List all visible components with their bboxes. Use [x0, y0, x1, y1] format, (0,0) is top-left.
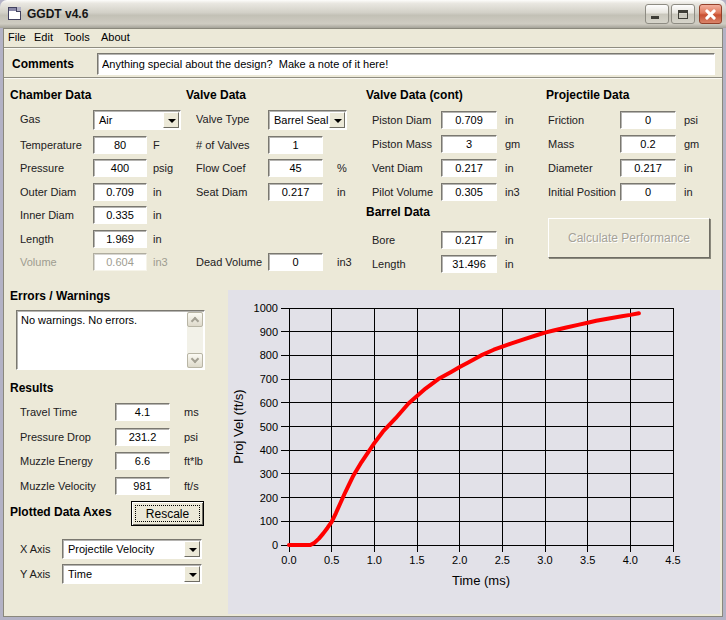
scrollbar[interactable] [187, 312, 203, 368]
svg-text:600: 600 [260, 397, 278, 409]
initial-position-unit: in [684, 186, 693, 198]
initial-position-field[interactable] [620, 183, 676, 201]
y-axis-select[interactable]: Time [62, 564, 202, 584]
gas-select[interactable]: Air [93, 110, 181, 130]
vent-diam-label: Vent Diam [372, 162, 423, 174]
errors-warnings-box[interactable]: No warnings. No errors. [16, 310, 205, 370]
piston-mass-label: Piston Mass [372, 138, 432, 150]
piston-diam-label: Piston Diam [372, 114, 431, 126]
rescale-button[interactable]: Rescale [131, 501, 204, 526]
dropdown-button[interactable] [163, 112, 179, 128]
svg-text:0.0: 0.0 [281, 554, 296, 566]
flow-coef-unit: % [337, 162, 347, 174]
muzzle-energy-unit: ft*lb [184, 455, 203, 467]
bore-label: Bore [372, 234, 395, 246]
friction-field[interactable] [620, 111, 676, 129]
svg-text:4.5: 4.5 [665, 554, 680, 566]
svg-text:Proj Vel (ft/s): Proj Vel (ft/s) [231, 389, 246, 463]
app-window: GGDT v4.6 File Edit Tools About Comments… [0, 0, 726, 620]
seat-diam-field[interactable] [268, 183, 323, 201]
chart-canvas: 010020030040050060070080090010000.00.51.… [228, 290, 720, 614]
bore-unit: in [505, 234, 514, 246]
diameter-unit: in [684, 162, 693, 174]
svg-text:300: 300 [260, 468, 278, 480]
pilot-volume-field[interactable] [441, 183, 497, 201]
menu-tools[interactable]: Tools [64, 31, 90, 43]
dead-volume-label: Dead Volume [196, 256, 262, 268]
temperature-field[interactable] [93, 136, 147, 154]
mass-label: Mass [548, 138, 574, 150]
minimize-button[interactable] [645, 4, 669, 24]
travel-time-unit: ms [184, 406, 199, 418]
chevron-up-icon [191, 317, 199, 325]
svg-text:0.5: 0.5 [324, 554, 339, 566]
maximize-button[interactable] [671, 4, 695, 24]
svg-text:1.0: 1.0 [367, 554, 382, 566]
piston-diam-unit: in [505, 114, 514, 126]
piston-diam-field[interactable] [441, 111, 497, 129]
plotted-data-axes-header: Plotted Data Axes [10, 505, 112, 519]
inner-diam-field[interactable] [93, 206, 147, 224]
muzzle-energy-label: Muzzle Energy [20, 455, 93, 467]
svg-text:200: 200 [260, 492, 278, 504]
barrel-length-label: Length [372, 258, 406, 270]
friction-unit: psi [684, 114, 698, 126]
num-valves-label: # of Valves [196, 139, 250, 151]
dropdown-button[interactable] [184, 566, 200, 582]
flow-coef-field[interactable] [268, 159, 323, 177]
diameter-field[interactable] [620, 159, 676, 177]
menu-edit[interactable]: Edit [34, 31, 53, 43]
pressure-unit: psig [153, 162, 173, 174]
chamber-length-field[interactable] [93, 230, 147, 248]
x-axis-value: Projectile Velocity [68, 543, 154, 555]
barrel-length-field[interactable] [441, 255, 497, 273]
dropdown-button[interactable] [329, 112, 345, 128]
svg-text:1.5: 1.5 [409, 554, 424, 566]
menu-about[interactable]: About [101, 31, 130, 43]
close-button[interactable] [699, 4, 722, 24]
chamber-data-header: Chamber Data [10, 88, 91, 102]
initial-position-label: Initial Position [548, 186, 616, 198]
svg-text:700: 700 [260, 373, 278, 385]
scroll-down-button[interactable] [187, 353, 203, 368]
volume-unit: in3 [153, 256, 168, 268]
valve-type-select[interactable]: Barrel Seal [268, 110, 347, 130]
svg-text:400: 400 [260, 444, 278, 456]
errors-warnings-text: No warnings. No errors. [21, 314, 184, 326]
chevron-down-icon [191, 355, 199, 363]
bore-field[interactable] [441, 231, 497, 249]
gas-value: Air [99, 114, 112, 126]
volume-field [93, 253, 147, 271]
barrel-data-header: Barrel Data [366, 205, 430, 219]
pressure-field[interactable] [93, 159, 147, 177]
svg-text:Time (ms): Time (ms) [452, 573, 510, 588]
mass-field[interactable] [620, 135, 676, 153]
valve-data-header: Valve Data [186, 88, 246, 102]
svg-text:3.5: 3.5 [580, 554, 595, 566]
minimize-icon [651, 16, 659, 19]
x-axis-select[interactable]: Projectile Velocity [62, 539, 202, 559]
scroll-up-button[interactable] [187, 312, 203, 327]
pressure-drop-label: Pressure Drop [20, 431, 91, 443]
vent-diam-field[interactable] [441, 159, 497, 177]
outer-diam-field[interactable] [93, 183, 147, 201]
num-valves-field[interactable] [268, 136, 323, 154]
outer-diam-label: Outer Diam [20, 186, 76, 198]
title-bar[interactable]: GGDT v4.6 [0, 0, 726, 28]
menu-file[interactable]: File [8, 31, 26, 43]
pressure-label: Pressure [20, 162, 64, 174]
piston-mass-field[interactable] [441, 135, 497, 153]
svg-text:500: 500 [260, 421, 278, 433]
dead-volume-field[interactable] [268, 253, 323, 271]
svg-text:1000: 1000 [254, 302, 278, 314]
window-title: GGDT v4.6 [27, 7, 88, 21]
chevron-down-icon [189, 548, 197, 552]
calculate-performance-button: Calculate Performance [548, 218, 710, 258]
comments-input[interactable] [97, 53, 715, 75]
temperature-label: Temperature [20, 139, 82, 151]
pilot-volume-label: Pilot Volume [372, 186, 433, 198]
valve-type-value: Barrel Seal [274, 114, 328, 126]
svg-text:900: 900 [260, 326, 278, 338]
dropdown-button[interactable] [184, 541, 200, 557]
travel-time-field [115, 403, 170, 421]
